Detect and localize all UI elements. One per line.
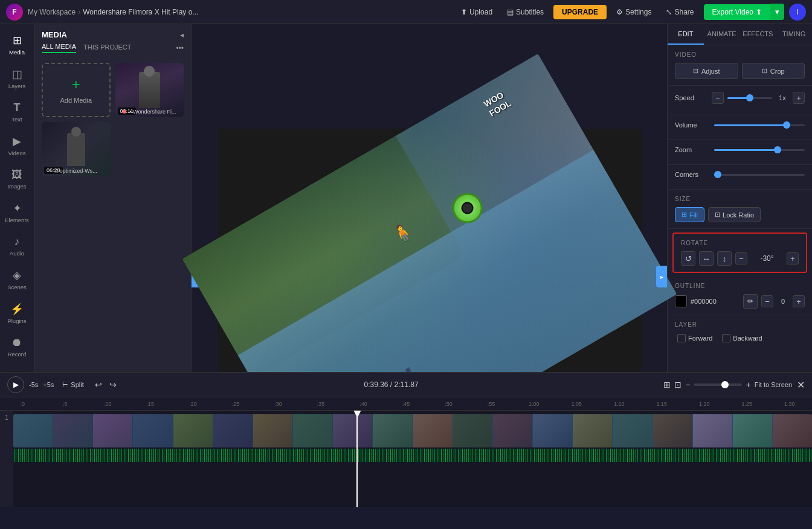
- time-minus5[interactable]: -5s: [29, 381, 38, 388]
- volume-fill: [714, 124, 787, 126]
- sidebar-item-elements[interactable]: ✦ Elements: [0, 197, 34, 228]
- tab-effects[interactable]: EFFECTS: [740, 24, 776, 45]
- corners-slider[interactable]: [714, 174, 805, 176]
- tab-edit[interactable]: EDIT: [668, 24, 704, 45]
- volume-section: Volume: [668, 115, 812, 140]
- zoom-slider-track[interactable]: [714, 149, 805, 151]
- zoom-out-button[interactable]: −: [685, 380, 690, 390]
- corners-thumb[interactable]: [714, 171, 721, 178]
- fit-to-screen-button[interactable]: Fit to Screen: [755, 381, 792, 388]
- speed-thumb[interactable]: [746, 94, 753, 101]
- split-button[interactable]: ⊢ Split: [59, 380, 87, 390]
- sidebar-item-media[interactable]: ⊞ Media: [0, 29, 34, 60]
- undo-button[interactable]: ↩: [92, 379, 105, 391]
- person-silhouette-2: [67, 133, 85, 166]
- sidebar-item-scenes[interactable]: ◈ Scenes: [0, 264, 34, 295]
- top-bar: F My Workspace › Wondershare Filmora X H…: [0, 0, 812, 24]
- audio-icon: ♪: [14, 236, 20, 248]
- layer-label: LAYER: [675, 321, 805, 328]
- rotate-ccw-button[interactable]: ↺: [681, 251, 695, 266]
- tab-all-media[interactable]: ALL MEDIA: [42, 43, 76, 53]
- speed-plus[interactable]: +: [793, 92, 805, 104]
- right-timeline-handle[interactable]: ▸: [656, 266, 667, 287]
- media-tab-more[interactable]: •••: [176, 44, 184, 53]
- zoom-fit-button[interactable]: ⊡: [674, 380, 682, 390]
- record-icon: ⏺: [11, 336, 22, 349]
- backward-label: Backward: [733, 335, 762, 342]
- export-button[interactable]: Export Video ⬆: [704, 4, 771, 20]
- forward-checkbox[interactable]: [677, 334, 686, 342]
- zoom-in-button[interactable]: +: [746, 380, 750, 390]
- speed-slider[interactable]: [727, 97, 772, 99]
- sidebar-item-plugins[interactable]: ⚡ Plugins: [0, 298, 34, 329]
- fill-icon: ⊞: [682, 211, 687, 219]
- adjust-button[interactable]: ⊟ Adjust: [675, 63, 738, 79]
- zoom-slider-thumb[interactable]: [721, 381, 729, 388]
- playhead[interactable]: [356, 411, 358, 507]
- tab-animate[interactable]: ANIMATE: [704, 24, 740, 45]
- media-item-2[interactable]: 06:28 □ optimized-Ws...: [42, 122, 111, 176]
- zoom-thumb[interactable]: [774, 146, 781, 153]
- app-logo: F: [6, 4, 23, 21]
- person-head-1: [144, 66, 155, 77]
- export-dropdown-button[interactable]: ▾: [770, 4, 784, 20]
- eyedropper-button[interactable]: ✏: [743, 294, 758, 309]
- time-plus5[interactable]: +5s: [43, 381, 54, 388]
- layers-icon: ◫: [12, 68, 22, 81]
- tab-timing[interactable]: TIMING: [776, 24, 812, 45]
- crop-button[interactable]: ⊡ Crop: [742, 63, 805, 79]
- volume-control: Volume: [675, 121, 805, 129]
- close-timeline-button[interactable]: ✕: [797, 379, 805, 391]
- outline-plus[interactable]: +: [793, 295, 805, 307]
- outline-color-swatch[interactable]: [675, 295, 687, 307]
- outline-minus[interactable]: −: [761, 295, 773, 307]
- graffiti-fool-text: WOOFOOL: [482, 88, 513, 119]
- subtitles-button[interactable]: ▤ Subtitles: [502, 5, 549, 19]
- speed-section: Speed − 1x +: [668, 86, 812, 115]
- backward-button[interactable]: Backward: [720, 333, 764, 344]
- sidebar-item-text[interactable]: T Text: [0, 97, 34, 127]
- plugins-icon: ⚡: [10, 303, 24, 316]
- lock-ratio-button[interactable]: ⊡ Lock Ratio: [708, 207, 761, 222]
- share-button[interactable]: ⤡ Share: [661, 5, 698, 19]
- sidebar-item-record[interactable]: ⏺ Record: [0, 332, 34, 362]
- rotate-section: ROTATE ↺ ↔ ↕ − -30° +: [672, 232, 807, 273]
- tab-this-project[interactable]: THIS PROJECT: [83, 43, 131, 53]
- settings-button[interactable]: ⚙ Settings: [611, 5, 656, 19]
- timeline-body: 1: [0, 411, 812, 507]
- play-button[interactable]: ▶: [7, 376, 24, 393]
- sidebar-item-images[interactable]: 🖼 Images: [0, 164, 34, 194]
- media-item-1[interactable]: 02:11 • Wondershare Fi...: [115, 63, 184, 117]
- sidebar-item-audio[interactable]: ♪ Audio: [0, 231, 34, 261]
- zoom-control: Zoom: [675, 146, 805, 153]
- user-avatar[interactable]: I: [789, 4, 806, 21]
- upgrade-button[interactable]: UPGRADE: [553, 5, 607, 19]
- layer-section: LAYER Forward Backward: [668, 315, 812, 350]
- sidebar-item-layers[interactable]: ◫ Layers: [0, 63, 34, 94]
- media-tabs: ALL MEDIA THIS PROJECT •••: [34, 43, 191, 58]
- redo-button[interactable]: ↪: [107, 379, 119, 391]
- speed-control: Speed − 1x +: [675, 92, 805, 104]
- media-collapse-button[interactable]: ◂: [180, 31, 184, 39]
- fill-button[interactable]: ⊞ Fill: [675, 207, 704, 222]
- flip-v-button[interactable]: ↕: [717, 251, 732, 266]
- rotate-minus[interactable]: −: [735, 252, 747, 264]
- zoom-fill: [714, 149, 778, 151]
- zoom-slider[interactable]: [694, 383, 742, 386]
- upload-button[interactable]: ⬆ Upload: [456, 5, 497, 19]
- rotate-plus[interactable]: +: [787, 252, 799, 264]
- fit-scene-button[interactable]: ⊞: [663, 380, 671, 390]
- add-media-card[interactable]: + Add Media: [42, 63, 111, 117]
- sidebar-label-media: Media: [9, 49, 25, 56]
- video-track[interactable]: [13, 414, 812, 447]
- sidebar-item-videos[interactable]: ▶ Videos: [0, 130, 34, 161]
- forward-button[interactable]: Forward: [675, 333, 715, 344]
- volume-thumb[interactable]: [783, 121, 790, 129]
- speed-minus[interactable]: −: [712, 92, 724, 104]
- export-button-group: Export Video ⬆ ▾: [704, 4, 785, 20]
- backward-checkbox[interactable]: [722, 334, 730, 342]
- workspace-link[interactable]: My Workspace: [28, 8, 76, 16]
- size-section: SIZE ⊞ Fill ⊡ Lock Ratio: [668, 190, 812, 229]
- flip-h-button[interactable]: ↔: [699, 251, 714, 266]
- volume-slider[interactable]: [714, 124, 805, 126]
